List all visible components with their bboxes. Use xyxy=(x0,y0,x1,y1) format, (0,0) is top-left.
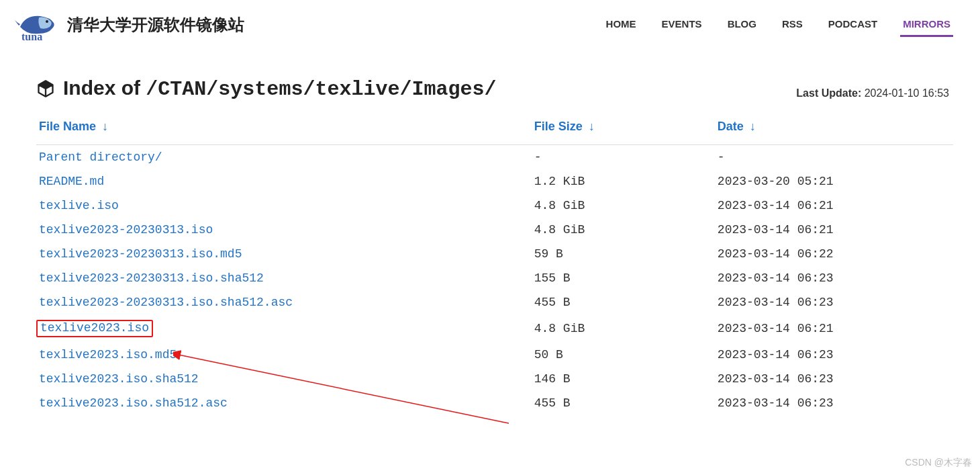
table-row: texlive2023-20230313.iso.sha512155 B2023… xyxy=(36,266,953,290)
file-name-cell: texlive2023-20230313.iso.sha512 xyxy=(36,266,532,290)
file-date-cell: 2023-03-14 06:23 xyxy=(715,343,953,367)
header-filename[interactable]: File Name ↓ xyxy=(36,113,532,145)
file-link[interactable]: texlive.iso xyxy=(39,199,119,212)
file-date-cell: 2023-03-14 06:22 xyxy=(715,242,953,266)
site-title: 清华大学开源软件镜像站 xyxy=(67,14,244,36)
table-row: texlive2023.iso.sha512.asc455 B2023-03-1… xyxy=(36,391,953,415)
table-row: Parent directory/-- xyxy=(36,145,953,170)
file-size-cell: 4.8 GiB xyxy=(532,314,715,343)
highlight-annotation: texlive2023.iso xyxy=(36,320,153,337)
sort-arrow-down-icon: ↓ xyxy=(589,120,595,134)
file-size-cell: 146 B xyxy=(532,367,715,391)
table-row: texlive2023.iso.md550 B2023-03-14 06:23 xyxy=(36,343,953,367)
file-size-cell: 50 B xyxy=(532,343,715,367)
nav-mirrors[interactable]: MIRRORS xyxy=(900,13,953,37)
table-row: README.md1.2 KiB2023-03-20 05:21 xyxy=(36,169,953,194)
index-title: Index of /CTAN/systems/texlive/Images/ xyxy=(36,77,496,101)
file-size-cell: 455 B xyxy=(532,391,715,415)
table-row: texlive2023.iso4.8 GiB2023-03-14 06:21 xyxy=(36,314,953,343)
file-link[interactable]: texlive2023-20230313.iso.sha512 xyxy=(39,271,264,285)
table-row: texlive2023-20230313.iso4.8 GiB2023-03-1… xyxy=(36,218,953,242)
page-heading: Index of /CTAN/systems/texlive/Images/ xyxy=(63,77,496,101)
file-link[interactable]: texlive2023.iso.md5 xyxy=(39,348,177,361)
main-nav: HOME EVENTS BLOG RSS PODCAST MIRRORS xyxy=(603,13,967,37)
file-link[interactable]: Parent directory/ xyxy=(39,150,162,164)
file-size-cell: 4.8 GiB xyxy=(532,218,715,242)
file-size-cell: - xyxy=(532,145,715,170)
file-link[interactable]: texlive2023-20230313.iso xyxy=(39,223,213,236)
svg-point-0 xyxy=(46,20,48,23)
nav-rss[interactable]: RSS xyxy=(779,13,805,37)
file-link[interactable]: texlive2023.iso xyxy=(40,321,149,335)
file-size-cell: 455 B xyxy=(532,290,715,314)
file-date-cell: 2023-03-14 06:21 xyxy=(715,218,953,242)
watermark: CSDN @木字春 xyxy=(905,457,972,469)
file-link[interactable]: texlive2023-20230313.iso.sha512.asc xyxy=(39,296,293,309)
file-name-cell: texlive2023.iso xyxy=(36,314,532,343)
index-path: /CTAN/systems/texlive/Images/ xyxy=(146,78,496,101)
file-link[interactable]: texlive2023.iso.sha512 xyxy=(39,372,199,386)
file-name-cell: texlive2023-20230313.iso.md5 xyxy=(36,242,532,266)
sort-arrow-down-icon: ↓ xyxy=(750,120,756,134)
last-update-label: Last Update: xyxy=(796,87,861,99)
table-row: texlive2023.iso.sha512146 B2023-03-14 06… xyxy=(36,367,953,391)
file-name-cell: Parent directory/ xyxy=(36,145,532,170)
nav-home[interactable]: HOME xyxy=(603,13,639,37)
file-date-cell: 2023-03-14 06:21 xyxy=(715,194,953,218)
last-update: Last Update: 2024-01-10 16:53 xyxy=(796,87,953,101)
file-date-cell: 2023-03-20 05:21 xyxy=(715,169,953,194)
file-name-cell: texlive2023-20230313.iso.sha512.asc xyxy=(36,290,532,314)
file-name-cell: texlive2023-20230313.iso xyxy=(36,218,532,242)
file-size-cell: 155 B xyxy=(532,266,715,290)
index-prefix: Index of xyxy=(63,77,146,99)
file-date-cell: - xyxy=(715,145,953,170)
file-link[interactable]: texlive2023.iso.sha512.asc xyxy=(39,396,228,410)
file-listing-table: File Name ↓ File Size ↓ Date ↓ Parent di… xyxy=(36,113,953,415)
brand: tuna 清华大学开源软件镜像站 xyxy=(13,8,244,42)
tuna-logo-icon: tuna xyxy=(13,8,62,42)
file-name-cell: texlive2023.iso.sha512.asc xyxy=(36,391,532,415)
file-name-cell: texlive2023.iso.md5 xyxy=(36,343,532,367)
file-date-cell: 2023-03-14 06:23 xyxy=(715,290,953,314)
title-row: Index of /CTAN/systems/texlive/Images/ L… xyxy=(36,77,953,101)
table-row: texlive.iso4.8 GiB2023-03-14 06:21 xyxy=(36,194,953,218)
package-icon xyxy=(36,79,55,98)
nav-events[interactable]: EVENTS xyxy=(659,13,705,37)
file-date-cell: 2023-03-14 06:21 xyxy=(715,314,953,343)
main-content: Index of /CTAN/systems/texlive/Images/ L… xyxy=(0,50,980,415)
table-row: texlive2023-20230313.iso.md559 B2023-03-… xyxy=(36,242,953,266)
header-filesize[interactable]: File Size ↓ xyxy=(532,113,715,145)
last-update-value: 2024-01-10 16:53 xyxy=(865,87,949,99)
sort-arrow-down-icon: ↓ xyxy=(102,120,108,134)
file-name-cell: README.md xyxy=(36,169,532,194)
file-size-cell: 4.8 GiB xyxy=(532,194,715,218)
file-link[interactable]: texlive2023-20230313.iso.md5 xyxy=(39,247,242,261)
file-link[interactable]: README.md xyxy=(39,175,104,188)
nav-blog[interactable]: BLOG xyxy=(725,13,759,37)
file-date-cell: 2023-03-14 06:23 xyxy=(715,266,953,290)
file-name-cell: texlive.iso xyxy=(36,194,532,218)
nav-podcast[interactable]: PODCAST xyxy=(826,13,880,37)
file-size-cell: 1.2 KiB xyxy=(532,169,715,194)
file-date-cell: 2023-03-14 06:23 xyxy=(715,367,953,391)
file-name-cell: texlive2023.iso.sha512 xyxy=(36,367,532,391)
svg-text:tuna: tuna xyxy=(21,31,42,42)
file-size-cell: 59 B xyxy=(532,242,715,266)
table-row: texlive2023-20230313.iso.sha512.asc455 B… xyxy=(36,290,953,314)
site-header: tuna 清华大学开源软件镜像站 HOME EVENTS BLOG RSS PO… xyxy=(0,0,980,50)
file-date-cell: 2023-03-14 06:23 xyxy=(715,391,953,415)
header-date[interactable]: Date ↓ xyxy=(715,113,953,145)
